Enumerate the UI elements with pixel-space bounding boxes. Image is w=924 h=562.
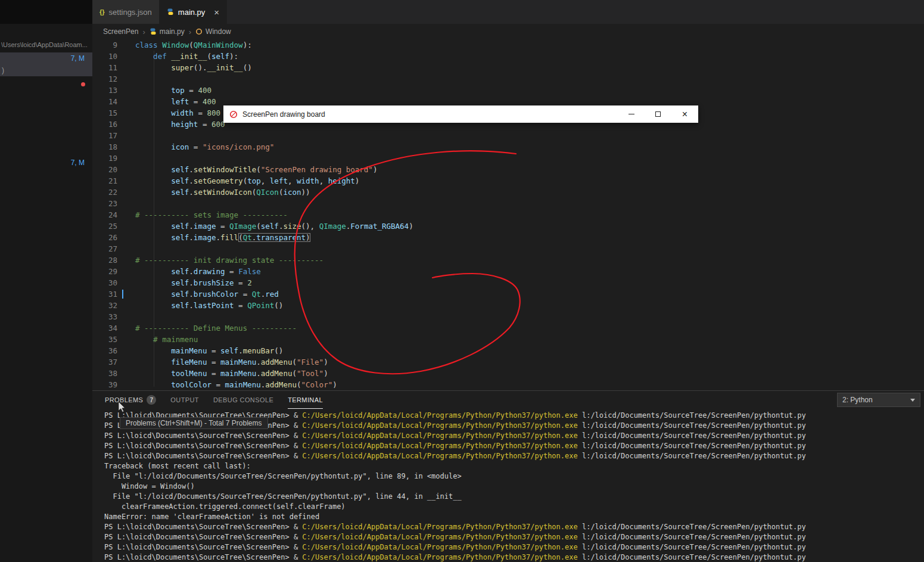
chevron-down-icon bbox=[910, 399, 915, 402]
modified-dot-indicator bbox=[81, 82, 85, 86]
panel-tab-problems[interactable]: PROBLEMS 7 bbox=[105, 391, 156, 409]
breadcrumb-item-symbol[interactable]: Window bbox=[195, 27, 231, 36]
terminal-line: NameError: name 'clearFrameeAction' is n… bbox=[104, 512, 924, 522]
window-title: ScreenPen drawing board bbox=[242, 110, 325, 119]
tab-label: main.py bbox=[178, 8, 206, 17]
panel-tab-label: PROBLEMS bbox=[105, 396, 143, 403]
panel-tab-label: TERMINAL bbox=[288, 396, 323, 403]
maximize-icon bbox=[655, 111, 661, 117]
terminal-line: Traceback (most recent call last): bbox=[104, 461, 924, 471]
screenpen-window-titlebar[interactable]: ScreenPen drawing board × bbox=[223, 105, 698, 123]
code-line[interactable]: fileMenu = mainMenu.addMenu("File") bbox=[135, 356, 924, 368]
terminal-line: PS L:\loicd\Documents\SourceTree\ScreenP… bbox=[104, 542, 924, 552]
code-line[interactable]: toolMenu = mainMenu.addMenu("Tool") bbox=[135, 368, 924, 379]
sidebar: \Users\loicd\AppData\Roam... 7, M ) 7, M bbox=[0, 0, 92, 562]
bottom-panel: PROBLEMS 7 OUTPUT DEBUG CONSOLE TERMINAL… bbox=[92, 390, 924, 562]
terminal-output: PS L:\loicd\Documents\SourceTree\ScreenP… bbox=[104, 411, 924, 562]
panel-tab-output[interactable]: OUTPUT bbox=[170, 391, 199, 409]
code-line[interactable]: super().__init__() bbox=[135, 62, 924, 73]
code-line[interactable]: toolColor = mainMenu.addMenu("Color") bbox=[135, 379, 924, 390]
chevron-right-icon: › bbox=[189, 27, 191, 36]
terminal-line: File "l:/loicd/Documents/SourceTree/Scre… bbox=[104, 492, 924, 502]
code-line[interactable]: def __init__(self): bbox=[135, 51, 924, 62]
sidebar-path-label: \Users\loicd\AppData\Roam... bbox=[1, 41, 92, 48]
window-controls: × bbox=[618, 105, 698, 123]
json-file-icon: {} bbox=[99, 8, 105, 15]
breadcrumb-symbol-label: Window bbox=[206, 27, 231, 36]
breadcrumb-item-file[interactable]: main.py bbox=[150, 27, 185, 36]
terminal-line: PS L:\loicd\Documents\SourceTree\ScreenP… bbox=[104, 431, 924, 441]
code-line[interactable]: icon = "icons/icon.png" bbox=[135, 141, 924, 153]
python-file-icon bbox=[150, 28, 157, 35]
terminal-line: PS L:\loicd\Documents\SourceTree\ScreenP… bbox=[104, 441, 924, 451]
tab-main-py[interactable]: main.py × bbox=[160, 0, 227, 24]
breadcrumb-file-label: main.py bbox=[160, 27, 185, 36]
code-line[interactable]: # ---------- init drawing state --------… bbox=[135, 254, 924, 266]
close-icon: × bbox=[682, 110, 687, 119]
sidebar-item-label: ) bbox=[2, 66, 4, 74]
panel-tab-bar: PROBLEMS 7 OUTPUT DEBUG CONSOLE TERMINAL bbox=[92, 391, 924, 409]
panel-tab-label: DEBUG CONSOLE bbox=[213, 396, 273, 403]
code-line[interactable]: # ---------- Define Menus ---------- bbox=[135, 322, 924, 334]
editor-code: class Window(QMainWindow): def __init__(… bbox=[92, 39, 924, 390]
code-line[interactable]: self.setGeometry(top, left, width, heigh… bbox=[135, 175, 924, 187]
terminal-line: PS L:\loicd\Documents\SourceTree\ScreenP… bbox=[104, 532, 924, 542]
code-line[interactable]: mainMenu = self.menuBar() bbox=[135, 345, 924, 356]
code-line[interactable]: self.lastPoint = QPoint() bbox=[135, 300, 924, 311]
code-line[interactable]: self.setWindowTitle("ScreenPen drawing b… bbox=[135, 164, 924, 175]
minimize-icon bbox=[629, 114, 634, 114]
code-line[interactable]: self.brushColor = Qt.red bbox=[135, 288, 924, 300]
sidebar-header bbox=[0, 0, 92, 24]
code-line[interactable]: self.image = QImage(self.size(), QImage.… bbox=[135, 221, 924, 232]
breadcrumb: ScreenPen › main.py › Window bbox=[92, 24, 924, 39]
terminal-line: File "l:/loicd/Documents/SourceTree/Scre… bbox=[104, 471, 924, 482]
indent-guide bbox=[154, 51, 154, 387]
chevron-right-icon: › bbox=[142, 27, 145, 36]
tab-settings-json[interactable]: {} settings.json bbox=[92, 0, 160, 24]
code-line[interactable] bbox=[135, 198, 924, 209]
close-tab-icon[interactable]: × bbox=[214, 8, 219, 17]
sidebar-item-selected[interactable]: 7, M bbox=[0, 52, 92, 64]
terminal-line: PS L:\loicd\Documents\SourceTree\ScreenP… bbox=[104, 451, 924, 461]
screenpen-app-icon bbox=[229, 110, 238, 119]
code-line[interactable] bbox=[135, 311, 924, 322]
minimize-button[interactable] bbox=[618, 105, 645, 123]
code-line[interactable] bbox=[135, 130, 924, 141]
terminal-line: PS L:\loicd\Documents\SourceTree\ScreenP… bbox=[104, 552, 924, 562]
terminal-line: PS L:\loicd\Documents\SourceTree\ScreenP… bbox=[104, 522, 924, 532]
python-file-icon bbox=[167, 8, 174, 15]
code-line[interactable]: # mainmenu bbox=[135, 334, 924, 345]
code-line[interactable]: # ---------- sets image ---------- bbox=[135, 209, 924, 221]
bracket-match-highlight: (Qt.transparent) bbox=[238, 233, 310, 242]
code-line[interactable]: self.brushSize = 2 bbox=[135, 277, 924, 288]
maximize-button[interactable] bbox=[645, 105, 671, 123]
terminal-line: clearFrameeAction.triggered.connect(self… bbox=[104, 502, 924, 512]
code-editor[interactable]: 9101112131415161718192021222324252627282… bbox=[92, 38, 924, 390]
code-line[interactable] bbox=[135, 153, 924, 164]
sidebar-item[interactable]: ) bbox=[0, 64, 92, 76]
code-line[interactable]: self.image.fill(Qt.transparent) bbox=[135, 232, 924, 243]
problems-tooltip: Problems (Ctrl+Shift+M) - Total 7 Proble… bbox=[120, 417, 268, 429]
tab-label: settings.json bbox=[109, 8, 152, 17]
code-line[interactable] bbox=[135, 243, 924, 254]
terminal-instance-select[interactable]: 2: Python bbox=[837, 393, 920, 407]
code-line[interactable]: self.setWindowIcon(QIcon(icon)) bbox=[135, 187, 924, 198]
terminal-instance-label: 2: Python bbox=[842, 396, 873, 404]
terminal-line: Window = Window() bbox=[104, 482, 924, 492]
git-status-badge: 7, M bbox=[71, 54, 85, 63]
git-status-badge: 7, M bbox=[71, 159, 85, 167]
code-line[interactable]: top = 400 bbox=[135, 85, 924, 96]
editor-tab-bar: {} settings.json main.py × bbox=[92, 0, 924, 24]
code-line[interactable]: class Window(QMainWindow): bbox=[135, 39, 924, 51]
class-symbol-icon bbox=[195, 28, 203, 35]
panel-tab-terminal[interactable]: TERMINAL bbox=[288, 391, 323, 409]
close-button[interactable]: × bbox=[671, 105, 698, 123]
panel-tab-label: OUTPUT bbox=[170, 396, 199, 403]
problems-count-badge: 7 bbox=[147, 395, 156, 405]
code-line[interactable] bbox=[135, 73, 924, 85]
breadcrumb-item-folder[interactable]: ScreenPen bbox=[103, 27, 138, 36]
panel-tab-debug-console[interactable]: DEBUG CONSOLE bbox=[213, 391, 273, 409]
code-line[interactable]: self.drawing = False bbox=[135, 266, 924, 277]
